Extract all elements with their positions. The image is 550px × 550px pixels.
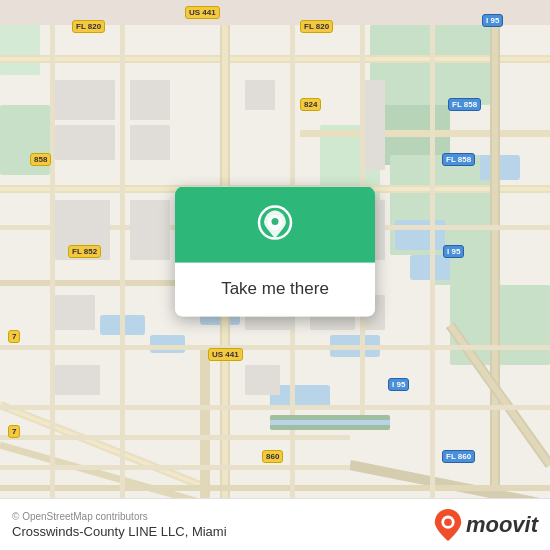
svg-rect-19 [0, 57, 550, 61]
map-container: US 441 FL 820 FL 820 I 95 824 FL 858 858… [0, 0, 550, 550]
svg-rect-48 [130, 80, 170, 120]
road-badge-fl858-right: FL 858 [442, 153, 475, 166]
take-me-there-button[interactable]: Take me there [221, 277, 329, 301]
moovit-pin-icon [434, 509, 462, 541]
popup-card: Take me there [175, 187, 375, 317]
svg-rect-50 [245, 80, 275, 110]
road-badge-fl820-right: FL 820 [300, 20, 333, 33]
svg-rect-57 [55, 365, 100, 395]
svg-rect-6 [0, 25, 40, 75]
svg-rect-42 [120, 25, 125, 525]
bottom-left-info: © OpenStreetMap contributors Crosswinds-… [12, 511, 227, 539]
moovit-logo-text: moovit [466, 512, 538, 538]
road-badge-7-left: 7 [8, 330, 20, 343]
svg-rect-28 [492, 25, 498, 525]
svg-rect-36 [0, 345, 550, 350]
svg-rect-45 [430, 25, 435, 525]
popup-button-section: Take me there [175, 263, 375, 317]
svg-rect-9 [395, 220, 445, 250]
road-badge-fl824: 824 [300, 98, 321, 111]
road-badge-i95-lower: I 95 [388, 378, 409, 391]
bottom-bar: © OpenStreetMap contributors Crosswinds-… [0, 498, 550, 550]
svg-rect-20 [300, 130, 550, 137]
svg-rect-63 [270, 420, 390, 425]
svg-point-69 [444, 518, 452, 526]
svg-rect-52 [130, 200, 170, 260]
svg-rect-58 [245, 365, 280, 395]
svg-rect-47 [55, 125, 115, 160]
svg-rect-59 [365, 80, 385, 170]
location-pin-icon [253, 205, 297, 249]
road-badge-us441-lower: US 441 [208, 348, 243, 361]
svg-rect-46 [55, 80, 115, 120]
road-badge-fl858-right-top: FL 858 [448, 98, 481, 111]
svg-rect-41 [50, 25, 55, 525]
road-badge-fl860-right: FL 860 [442, 450, 475, 463]
location-name: Crosswinds-County LINE LLC, Miami [12, 524, 227, 539]
road-badge-i95-top: I 95 [482, 14, 503, 27]
road-badge-858-left: 858 [30, 153, 51, 166]
road-badge-fl820-left: FL 820 [72, 20, 105, 33]
svg-point-67 [272, 218, 279, 225]
popup-green-section [175, 187, 375, 263]
svg-rect-54 [55, 295, 95, 330]
road-badge-fl852: FL 852 [68, 245, 101, 258]
svg-rect-37 [0, 405, 550, 410]
svg-rect-49 [130, 125, 170, 160]
svg-rect-13 [150, 335, 185, 353]
road-badge-7-lower: 7 [8, 425, 20, 438]
moovit-logo: moovit [434, 509, 538, 541]
copyright-text: © OpenStreetMap contributors [12, 511, 227, 522]
road-badge-i95-mid: I 95 [443, 245, 464, 258]
road-badge-us441-top: US 441 [185, 6, 220, 19]
svg-rect-40 [0, 485, 550, 491]
svg-rect-23 [0, 280, 200, 286]
road-badge-fl860-left: 860 [262, 450, 283, 463]
